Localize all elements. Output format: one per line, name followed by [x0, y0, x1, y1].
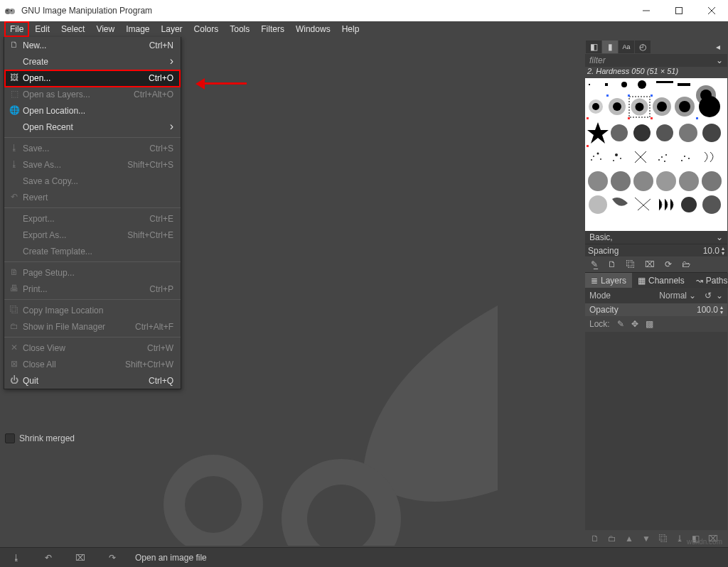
menu-view[interactable]: View	[90, 21, 120, 37]
new-layer-icon[interactable]: 🗋	[591, 534, 599, 544]
menu-item-label: Export As...	[23, 230, 127, 240]
svg-point-63	[681, 197, 697, 212]
tab-channels[interactable]: ▦Channels	[632, 273, 690, 288]
svg-rect-72	[696, 117, 698, 119]
chevron-down-icon	[713, 232, 723, 242]
minimize-button[interactable]	[630, 0, 663, 21]
right-dock: ◧ ▮ Aa ◴ ◂ filter ⌄ 2. Hardness 050 (51 …	[585, 40, 727, 547]
close-button[interactable]	[695, 0, 728, 21]
menu-item-open-location[interactable]: 🌐Open Location...	[4, 102, 181, 119]
bottom-undo[interactable]: ↶	[32, 553, 64, 563]
tab-patterns[interactable]: ◧	[586, 40, 601, 53]
shrink-merged-check[interactable]: Shrink merged	[5, 433, 75, 443]
menu-item-open-recent[interactable]: Open Recent	[4, 119, 181, 135]
svg-point-35	[656, 124, 673, 141]
maximize-button[interactable]	[663, 0, 695, 21]
menu-item-save: ⭳Save...Ctrl+S	[4, 140, 181, 156]
bottom-delete[interactable]: ⌧	[64, 553, 96, 563]
menu-item-print: 🖶Print...Ctrl+P	[4, 281, 181, 297]
menu-item-quit[interactable]: ⏻QuitCtrl+Q	[4, 372, 181, 389]
svg-rect-5	[676, 8, 682, 14]
menu-edit[interactable]: Edit	[29, 21, 55, 37]
tab-layers[interactable]: ≣Layers	[585, 273, 632, 288]
brush-grid[interactable]	[585, 78, 727, 231]
svg-point-54	[588, 171, 608, 191]
new-group-icon[interactable]: 🗀	[608, 534, 616, 544]
brush-actions: ✎̲ 🗋 ⿻ ⌧ ⟳ 🗁	[585, 256, 727, 272]
menu-image[interactable]: Image	[120, 21, 155, 37]
merge-down-icon[interactable]: ⤓	[676, 534, 683, 544]
brush-filter[interactable]: filter ⌄	[585, 54, 727, 67]
menu-item-accel: Ctrl+S	[149, 144, 173, 153]
menu-item-label: Print...	[23, 284, 149, 294]
chevron-down-icon: ⌄	[689, 291, 696, 301]
lower-layer-icon[interactable]: ▼	[642, 534, 651, 544]
brush-filter-placeholder: filter	[589, 55, 606, 65]
menu-colors[interactable]: Colors	[188, 21, 225, 37]
svg-rect-12	[589, 84, 590, 85]
layers-icon: ≣	[591, 276, 598, 286]
lock-position-icon[interactable]: ✥	[631, 319, 638, 329]
svg-rect-69	[606, 94, 609, 97]
saveas-icon: ⭳	[9, 158, 20, 170]
menu-layer[interactable]: Layer	[156, 21, 188, 37]
dock-menu-icon[interactable]: ◂	[710, 40, 726, 53]
svg-rect-67	[651, 117, 653, 119]
blank-icon	[9, 55, 20, 67]
spinner-icon[interactable]: ▴▾	[722, 246, 724, 256]
chevron-down-icon[interactable]: ⌄	[716, 291, 723, 301]
lock-pixels-icon[interactable]: ✎	[617, 319, 624, 329]
svg-point-10	[282, 459, 401, 546]
svg-point-37	[702, 124, 721, 142]
menu-item-accel: Ctrl+E	[149, 214, 173, 224]
menu-file[interactable]: File	[4, 21, 29, 37]
refresh-brush-icon[interactable]: ⟳	[665, 259, 672, 269]
spinner-icon[interactable]: ▴▾	[720, 305, 723, 315]
new-brush-icon[interactable]: 🗋	[608, 259, 616, 269]
lock-alpha-icon[interactable]: ▩	[646, 319, 653, 329]
svg-point-30	[679, 101, 690, 112]
brush-preset-select[interactable]: Basic,	[585, 231, 727, 244]
mode-value: Normal	[659, 291, 687, 301]
mode-label: Mode	[589, 291, 611, 301]
menu-item-create[interactable]: Create	[4, 53, 181, 70]
layer-opacity[interactable]: Opacity 100.0 ▴▾	[585, 303, 727, 316]
menu-item-label: Save...	[23, 144, 149, 153]
menu-item-open[interactable]: 🖼Open...Ctrl+O	[4, 70, 181, 86]
duplicate-brush-icon[interactable]: ⿻	[626, 259, 635, 269]
menu-select[interactable]: Select	[55, 21, 90, 37]
svg-rect-66	[628, 117, 630, 119]
svg-point-50	[664, 161, 665, 162]
edit-brush-icon[interactable]: ✎̲	[591, 259, 598, 269]
duplicate-layer-icon[interactable]: ⿻	[659, 534, 668, 544]
tab-paths[interactable]: ↝Paths	[690, 273, 728, 288]
tab-brushes[interactable]: ▮	[602, 40, 618, 53]
svg-point-57	[656, 171, 676, 191]
svg-point-41	[591, 159, 592, 161]
folder-icon: 🗀	[9, 320, 20, 332]
svg-rect-71	[651, 94, 653, 97]
menu-filters[interactable]: Filters	[255, 21, 290, 37]
delete-brush-icon[interactable]: ⌧	[645, 259, 655, 269]
menu-help[interactable]: Help	[336, 21, 365, 37]
bottom-redo[interactable]: ↷	[96, 553, 128, 563]
svg-point-38	[593, 156, 594, 157]
tab-history[interactable]: ◴	[635, 40, 651, 53]
layer-mode[interactable]: Mode Normal⌄ ↺ ⌄	[585, 288, 727, 303]
menu-tools[interactable]: Tools	[224, 21, 255, 37]
layers-list[interactable]	[585, 332, 727, 530]
brush-spacing[interactable]: Spacing 10.0 ▴▾	[585, 244, 727, 256]
paths-icon: ↝	[696, 276, 703, 286]
menu-item-label: Open...	[23, 73, 149, 83]
open-as-image-icon[interactable]: 🗁	[682, 259, 690, 269]
menu-item-new[interactable]: 🗋New...Ctrl+N	[4, 37, 181, 53]
revert-icon: ↶	[9, 191, 20, 202]
raise-layer-icon[interactable]: ▲	[625, 534, 633, 544]
reset-mode-icon[interactable]: ↺	[705, 291, 712, 301]
titlebar: GNU Image Manipulation Program	[0, 0, 728, 21]
bottom-tool-1[interactable]: ⭳	[0, 553, 32, 563]
svg-point-48	[665, 154, 667, 156]
tab-fonts[interactable]: Aa	[619, 40, 634, 53]
menu-windows[interactable]: Windows	[290, 21, 336, 37]
svg-point-1	[9, 9, 15, 14]
